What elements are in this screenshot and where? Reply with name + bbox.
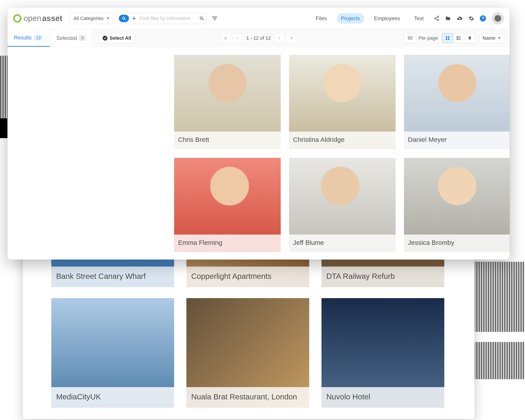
svg-rect-15 <box>446 36 447 37</box>
tab-selected[interactable]: Selected 0 <box>50 29 93 47</box>
select-all-label: Select All <box>110 35 131 41</box>
employee-name: Emma Fleming <box>174 235 281 252</box>
search-input[interactable] <box>138 16 197 21</box>
svg-rect-16 <box>448 36 449 37</box>
pager-next-icon[interactable] <box>275 33 284 43</box>
project-card[interactable]: MediaCityUK <box>51 298 174 408</box>
project-name: Nuvolo Hotel <box>321 387 444 408</box>
tab-selected-count: 0 <box>79 35 86 41</box>
svg-line-6 <box>202 19 204 20</box>
project-name: Nuala Brat Restaurant, London <box>186 387 309 408</box>
pager: 1 - 12 of 12 <box>221 33 296 43</box>
folder-icon[interactable] <box>445 16 451 21</box>
per-page-value[interactable]: 50 <box>404 33 416 43</box>
pager-last-icon[interactable] <box>287 33 296 43</box>
logo-text-bold: open <box>24 14 41 23</box>
project-name: MediaCityUK <box>51 387 174 408</box>
svg-point-11 <box>434 18 436 19</box>
brand-logo[interactable]: openasset <box>13 14 62 23</box>
employee-name: Daniel Meyer <box>404 132 510 149</box>
sort-value: Name <box>482 35 495 41</box>
employee-card[interactable]: Daniel Meyer <box>404 55 510 149</box>
top-bar: openasset All Categories Files Projects … <box>8 8 510 29</box>
view-grid-icon[interactable] <box>442 33 453 43</box>
tab-results[interactable]: Results 12 <box>8 29 50 47</box>
svg-rect-18 <box>448 38 449 40</box>
tab-results-count: 12 <box>34 35 43 41</box>
result-tabs: Results 12 Selected 0 <box>8 29 93 47</box>
employees-grid: Chris Brett Christina Aldridge Daniel Me… <box>8 47 510 252</box>
project-name: Copperlight Apartments <box>186 266 309 287</box>
chevron-down-icon <box>107 18 109 19</box>
per-page-label: Per page <box>418 35 438 41</box>
employee-name: Christina Aldridge <box>289 132 396 149</box>
help-icon[interactable]: ? <box>480 15 486 21</box>
share-icon[interactable] <box>434 16 440 21</box>
search-box <box>117 13 207 24</box>
svg-point-10 <box>437 16 439 18</box>
filter-icon[interactable] <box>212 15 218 21</box>
svg-point-5 <box>200 17 203 19</box>
svg-line-13 <box>436 17 437 18</box>
category-selector[interactable]: All Categories <box>70 13 113 24</box>
pager-range: 1 - 12 of 12 <box>244 35 272 41</box>
tab-selected-label: Selected <box>56 35 77 41</box>
project-card[interactable]: Nuvolo Hotel <box>321 298 444 408</box>
decorative-stripe <box>472 262 525 332</box>
primary-nav: Files Projects Employees Text <box>312 13 428 24</box>
employee-card[interactable]: Chris Brett <box>174 55 281 149</box>
svg-rect-17 <box>446 38 447 40</box>
view-toggle <box>442 33 475 43</box>
tab-results-label: Results <box>14 35 32 41</box>
select-all-button[interactable]: Select All <box>98 33 135 43</box>
svg-point-4 <box>133 18 134 19</box>
logo-mark-icon <box>13 14 21 23</box>
project-name: DTA Railway Refurb <box>321 266 444 287</box>
gear-icon[interactable] <box>469 16 474 21</box>
employee-card[interactable]: Emma Fleming <box>174 158 281 252</box>
project-card[interactable]: Nuala Brat Restaurant, London <box>186 298 309 408</box>
cloud-upload-icon[interactable] <box>457 15 463 21</box>
svg-point-22 <box>457 37 458 37</box>
results-bar: Results 12 Selected 0 Select All 1 - 12 … <box>8 29 510 47</box>
svg-point-23 <box>457 38 458 38</box>
search-submit-icon[interactable] <box>197 14 206 23</box>
app-window: openasset All Categories Files Projects … <box>8 8 510 260</box>
user-avatar[interactable] <box>492 12 504 25</box>
search-adjust-icon[interactable] <box>130 15 138 22</box>
svg-line-14 <box>436 19 437 19</box>
category-selector-label: All Categories <box>74 16 103 21</box>
svg-point-0 <box>122 17 125 19</box>
view-map-icon[interactable] <box>464 33 475 43</box>
svg-point-12 <box>437 19 439 21</box>
employee-card[interactable]: Christina Aldridge <box>289 55 396 149</box>
pager-prev-icon[interactable] <box>233 33 242 43</box>
decorative-stripe <box>472 342 525 379</box>
project-name: Bank Street Canary Wharf <box>51 266 174 287</box>
employee-card[interactable]: Jeff Blume <box>289 158 396 252</box>
employee-name: Jeff Blume <box>289 235 396 252</box>
sort-selector[interactable]: Name <box>479 33 504 43</box>
pager-first-icon[interactable] <box>221 33 231 43</box>
svg-line-1 <box>125 19 126 20</box>
nav-files[interactable]: Files <box>312 13 331 24</box>
search-mode-toggle[interactable] <box>119 15 129 22</box>
svg-point-24 <box>457 39 458 40</box>
nav-text[interactable]: Text <box>410 13 428 24</box>
utility-icons: ? <box>434 12 504 25</box>
employee-name: Jessica Bromby <box>404 235 510 252</box>
per-page-control: 50 Per page <box>404 33 438 43</box>
employee-name: Chris Brett <box>174 132 281 149</box>
employee-card[interactable]: Jessica Bromby <box>404 158 510 252</box>
view-list-icon[interactable] <box>453 33 464 43</box>
list-controls: 50 Per page Name <box>404 33 504 43</box>
nav-employees[interactable]: Employees <box>370 13 404 24</box>
nav-projects[interactable]: Projects <box>337 13 364 24</box>
logo-text: asset <box>42 14 62 23</box>
check-circle-icon <box>103 36 107 41</box>
chevron-down-icon <box>498 37 501 39</box>
